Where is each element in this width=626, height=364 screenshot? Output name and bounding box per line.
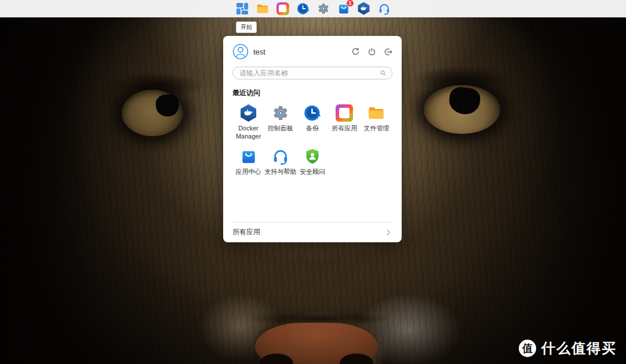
smzdm-logo-icon: 值 [519,340,536,357]
start-tooltip: 开始 [236,21,257,33]
smzdm-logo-char: 值 [522,341,533,355]
all-apps-footer-label: 所有应用 [232,227,260,237]
docker-manager-button[interactable] [357,2,371,16]
all-apps-footer-button[interactable]: 所有应用 [232,222,392,242]
app-docker-manager[interactable]: Docker Manager [232,104,264,141]
app-label: 文件管理 [363,125,389,133]
search-icon[interactable] [379,69,387,77]
backup-clock-icon [304,104,321,122]
app-support-help[interactable]: 支持与帮助 [264,148,296,176]
headset-icon [272,148,289,165]
start-tiles-icon [236,2,249,15]
app-all-apps[interactable]: 所有应用 [329,104,361,141]
start-menu-button[interactable] [235,2,249,16]
recent-apps-title: 最近访问 [232,88,392,98]
all-apps-button[interactable] [276,2,290,16]
app-security-advisor[interactable]: 安全顾问 [296,148,328,176]
smzdm-watermark-text: 什么值得买 [541,339,617,358]
user-avatar-icon[interactable] [232,43,249,60]
app-control-panel[interactable]: 控制面板 [264,104,296,141]
file-manager-button[interactable] [256,2,270,16]
username-label: test [253,48,265,56]
app-label: 备份 [306,125,319,133]
rainbow-square-icon [276,2,289,15]
app-label: 支持与帮助 [264,168,296,176]
folder-icon [367,104,385,122]
app-center-badge: 1 [346,0,354,7]
app-label: 所有应用 [332,125,357,133]
app-label: 安全顾问 [300,168,325,176]
app-center-button[interactable]: 1 [337,2,351,16]
restart-icon[interactable] [351,48,360,56]
shopping-bag-icon [240,148,257,165]
app-search-input[interactable] [239,69,379,77]
backup-clock-icon [297,2,310,15]
start-menu-panel: test [223,36,402,242]
security-shield-icon [304,148,321,165]
docker-whale-icon [358,2,370,15]
app-app-center[interactable]: 应用中心 [232,148,264,176]
gear-icon [272,104,289,122]
gear-icon [317,2,330,15]
logout-icon[interactable] [384,48,392,56]
app-label: 应用中心 [236,168,261,176]
app-backup[interactable]: 备份 [296,104,328,141]
taskbar: 1 [0,0,626,17]
app-label: 控制面板 [268,125,293,133]
chevron-right-icon [384,228,392,236]
panel-spacer [232,176,392,222]
headset-icon [378,2,391,15]
desktop-screen: 值 什么值得买 [0,0,626,364]
start-menu-header: test [232,43,392,60]
app-search-box [232,67,392,79]
control-panel-button[interactable] [316,2,330,16]
rainbow-square-icon [336,104,353,122]
power-icon[interactable] [367,48,376,56]
recent-apps-grid: Docker Manager 控制面板 备份 [232,104,392,176]
session-actions [351,48,392,56]
backup-button[interactable] [296,2,310,16]
support-button[interactable] [377,2,391,16]
smzdm-watermark: 值 什么值得买 [519,339,617,358]
app-file-manager[interactable]: 文件管理 [361,104,392,141]
folder-icon [256,2,269,15]
docker-whale-icon [240,104,257,122]
app-label: Docker Manager [232,125,264,141]
